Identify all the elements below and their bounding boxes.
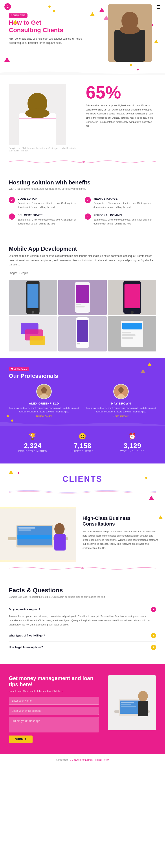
app-image-2 (58, 280, 106, 315)
clients-title: CLIENTS (9, 474, 156, 484)
deco-triangle-yellow-3 (154, 40, 158, 43)
phone-svg-5 (58, 316, 106, 351)
hosting-section: Hosting solution with benefits With a lo… (0, 168, 165, 237)
phone-svg-1 (9, 280, 57, 315)
app-image-6 (108, 316, 156, 351)
counter-number-clients: 7,158 (59, 442, 106, 450)
wavy-separator-1 (0, 158, 165, 166)
app-image-inner-3 (108, 280, 156, 315)
smile-icon: 😊 (59, 433, 106, 440)
mobile-app-section: Mobile App Development Ut enim ad minim … (0, 237, 165, 358)
faq-toggle-3[interactable]: + (151, 645, 156, 650)
svg-point-51 (138, 691, 148, 702)
team-deco-dot-2 (11, 420, 13, 422)
svg-rect-8 (19, 118, 56, 119)
svg-rect-18 (124, 284, 140, 308)
consultations-text: We provide a wide range of business cons… (82, 529, 158, 550)
faq-item-3: How to get future updates? + Answer: Sam… (9, 642, 156, 653)
loan-email-input[interactable] (9, 707, 99, 715)
member-bio-alex: Lorem ipsum dolor sit amet, consectetur … (9, 406, 79, 413)
consult-img-inner (0, 507, 76, 562)
consult-svg (0, 507, 76, 562)
footer-copyright-link[interactable]: © Copyright for Element (70, 758, 93, 761)
loan-submit-button[interactable]: SUBMIT (9, 736, 33, 743)
member-role-may: Sales Manager (86, 415, 156, 417)
svg-rect-44 (19, 527, 35, 529)
clients-deco-tri-2 (149, 496, 154, 500)
clients-deco-tri-1 (9, 470, 13, 474)
mobile-app-description: Ut enim ad minim veniam, quis nostrud ex… (9, 254, 156, 267)
hosting-item-title-media: MEDIA STORAGE (94, 197, 156, 200)
team-deco-tri-2 (141, 369, 145, 373)
phone-svg-3 (108, 280, 156, 315)
check-icon-domain: ✓ (85, 214, 91, 220)
counter-label-projects: PROJECTS FINISHED (9, 450, 57, 453)
faq-answer-1: Answer: Lorem ipsum dolor sit amet, cons… (9, 614, 156, 627)
footer: Sample text · © Copyright for Element · … (0, 754, 165, 766)
stats-section: Sample text. Click to select the text bo… (0, 75, 165, 156)
faq-question-text-3: How to get future updates? (9, 646, 43, 649)
footer-privacy-link[interactable]: Privacy Policy (95, 758, 109, 761)
hosting-item-media: ✓ MEDIA STORAGE Sample text. Click to se… (85, 197, 156, 209)
team-deco-tri-1 (147, 363, 152, 366)
hero-badge: CONSULTING (9, 13, 28, 18)
counter-label-clients: HAPPY CLIENTS (59, 450, 106, 453)
wavy-separator-2 (0, 562, 165, 576)
counters-grid: 🏆 2,324 PROJECTS FINISHED 😊 7,158 HAPPY … (9, 433, 156, 453)
svg-rect-27 (122, 323, 142, 330)
loan-description: Sample text. Click to select the text bo… (9, 690, 99, 692)
faq-item-2: What types of files I will get? + Answer… (9, 630, 156, 642)
counter-hours: ⏰ 3,129 WORKING HOURS (108, 433, 156, 453)
deco-dot-yellow-1 (48, 5, 51, 8)
deco-triangle-yellow-2 (13, 20, 18, 24)
hero-description: Nibh venenatis cras sed felis eget wisi … (9, 37, 84, 45)
faq-toggle-1[interactable]: + (151, 607, 156, 612)
svg-point-7 (25, 108, 50, 118)
team-wave-bottom (0, 422, 165, 426)
check-icon-ssl: ✓ (9, 214, 15, 220)
faq-toggle-2[interactable]: + (151, 633, 156, 638)
wave-svg-1 (9, 158, 156, 165)
svg-point-32 (41, 387, 47, 393)
stats-person-image (9, 84, 66, 145)
site-logo[interactable]: C (4, 3, 11, 10)
team-title: Our Professionals (9, 373, 156, 379)
svg-rect-28 (122, 332, 131, 334)
team-deco-dot-1 (7, 415, 9, 417)
faq-question-3[interactable]: How to get future updates? + (9, 645, 156, 650)
hamburger-menu[interactable]: ☰ (157, 4, 161, 10)
member-bio-may: Lorem ipsum dolor sit amet, consectetur … (86, 406, 156, 413)
counter-number-projects: 2,324 (9, 442, 57, 450)
counters-section: 🏆 2,324 PROJECTS FINISHED 😊 7,158 HAPPY … (0, 426, 165, 464)
svg-rect-29 (122, 334, 135, 336)
clients-wave-top (9, 488, 156, 495)
counter-projects: 🏆 2,324 PROJECTS FINISHED (9, 433, 57, 453)
faq-section: Facts & Questions Sample text. Click to … (0, 576, 165, 664)
hosting-item-domain: ✓ PERSONAL DOMAIN Sample text. Click to … (85, 214, 156, 225)
svg-rect-25 (77, 343, 80, 344)
hosting-item-title-domain: PERSONAL DOMAIN (94, 214, 156, 217)
app-image-inner-4 (9, 316, 57, 351)
footer-text: Sample text · © Copyright for Element · … (9, 758, 156, 761)
faq-question-2[interactable]: What types of files I will get? + (9, 633, 156, 638)
hero-section: C ☰ CONSULTING How to Get Consulting Cli… (0, 0, 165, 75)
images-label: Images: Freepik (9, 271, 156, 275)
loan-name-input[interactable] (9, 697, 99, 705)
clock-icon: ⏰ (108, 433, 156, 440)
consultations-content: High-Class Business Consultations We pro… (76, 507, 165, 562)
hosting-subtitle: With a lot of powerful features, we guar… (9, 187, 156, 190)
hosting-content-ssl: SSL CERTIFICATE Sample text. Click to se… (18, 214, 80, 225)
loan-message-input[interactable] (9, 717, 99, 733)
loan-section: Get money management and loan tips here!… (0, 664, 165, 754)
hosting-content-media: MEDIA STORAGE Sample text. Click to sele… (94, 197, 156, 209)
check-icon-code: ✓ (9, 197, 15, 203)
team-member-alex: ALEX GREENFIELD Lorem ipsum dolor sit am… (9, 384, 79, 417)
loan-form: SUBMIT (9, 697, 99, 743)
consultations-title: High-Class Business Consultations (82, 516, 158, 527)
team-section-label: Meet The Team (9, 367, 29, 371)
faq-question-1[interactable]: Do you provide support? + (9, 607, 156, 612)
svg-rect-54 (121, 704, 131, 705)
stats-person-svg (9, 84, 66, 145)
clients-deco-dot-2 (18, 472, 19, 474)
hero-person-illustration (108, 4, 152, 62)
